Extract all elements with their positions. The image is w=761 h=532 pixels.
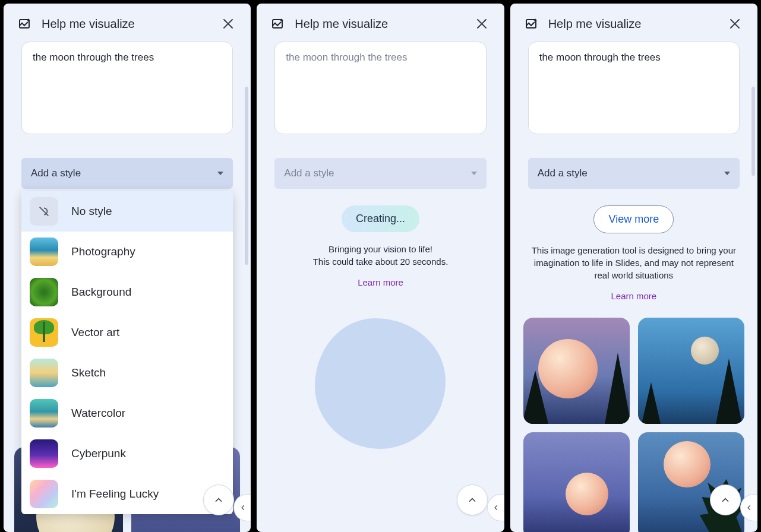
prompt-input[interactable]: the moon through the trees [528, 42, 740, 134]
result-thumbnail[interactable] [523, 432, 630, 532]
style-option-vector-art[interactable]: Vector art [21, 312, 233, 353]
style-option-sketch[interactable]: Sketch [21, 353, 233, 393]
visualize-panel-styles: Help me visualize the moon through the t… [4, 4, 251, 532]
visualize-panel-results: Help me visualize the moon through the t… [510, 4, 757, 532]
panel-body: the moon through the trees Add a style V… [510, 42, 757, 532]
photography-swatch-icon [30, 238, 58, 266]
scroll-up-button[interactable] [710, 484, 741, 515]
style-option-label: Photography [71, 245, 135, 258]
result-thumbnail[interactable] [638, 318, 744, 424]
tree-graphic [605, 353, 630, 424]
style-option-photography[interactable]: Photography [21, 232, 233, 272]
style-option-cyberpunk[interactable]: Cyberpunk [21, 433, 233, 474]
style-option-label: Vector art [71, 326, 119, 339]
panel-header: Help me visualize [257, 4, 504, 42]
style-option-label: Background [71, 286, 131, 299]
result-thumbnail[interactable] [523, 318, 630, 424]
vector-swatch-icon [30, 318, 58, 347]
scroll-up-button[interactable] [457, 484, 488, 515]
panel-title: Help me visualize [548, 17, 727, 31]
chevron-down-icon [471, 172, 477, 175]
style-option-no-style[interactable]: No style [21, 191, 233, 232]
close-button[interactable] [473, 15, 490, 32]
prompt-input: the moon through the trees [274, 42, 486, 134]
scroll-up-button[interactable] [203, 484, 234, 515]
creating-status: Creating... [342, 205, 419, 232]
panel-header: Help me visualize [510, 4, 757, 42]
moon-graphic [691, 337, 719, 365]
panel-body: the moon through the trees Add a style N… [4, 42, 251, 532]
view-more-button[interactable]: View more [593, 205, 674, 233]
lucky-swatch-icon [30, 480, 58, 508]
status-text: Bringing your vision to life! This could… [267, 243, 493, 268]
panel-body: the moon through the trees Add a style C… [257, 42, 504, 532]
moon-graphic [566, 473, 608, 515]
loading-placeholder [315, 318, 446, 449]
style-dropdown: No style Photography Background Vector a… [21, 191, 233, 514]
style-option-label: I'm Feeling Lucky [71, 487, 159, 501]
learn-more-link[interactable]: Learn more [267, 277, 493, 287]
chevron-down-icon [217, 172, 223, 175]
style-option-background[interactable]: Background [21, 272, 233, 312]
result-thumbnail[interactable] [638, 432, 744, 532]
style-option-watercolor[interactable]: Watercolor [21, 393, 233, 433]
sketch-swatch-icon [30, 359, 58, 387]
disclaimer-text: This image generation tool is designed t… [521, 244, 747, 281]
prompt-input[interactable]: the moon through the trees [21, 42, 233, 134]
close-button[interactable] [727, 15, 743, 32]
status-line: This could take about 20 seconds. [267, 255, 493, 268]
close-button[interactable] [220, 15, 236, 32]
style-select[interactable]: Add a style [21, 158, 233, 189]
status-line: Bringing your vision to life! [267, 243, 493, 255]
panel-title: Help me visualize [42, 17, 220, 31]
watercolor-swatch-icon [30, 399, 58, 428]
visualize-panel-creating: Help me visualize the moon through the t… [257, 4, 504, 532]
no-style-icon [30, 197, 58, 226]
learn-more-link[interactable]: Learn more [521, 291, 747, 301]
tree-graphic [523, 370, 548, 424]
style-select-label: Add a style [31, 167, 81, 179]
style-select-label: Add a style [284, 167, 334, 179]
tree-graphic [642, 382, 661, 424]
style-option-label: Sketch [71, 366, 106, 379]
style-select: Add a style [274, 158, 486, 189]
style-option-label: Cyberpunk [71, 447, 126, 460]
visualize-icon [271, 17, 285, 31]
scrollbar[interactable] [245, 87, 248, 265]
moon-graphic [664, 441, 711, 488]
chevron-down-icon [724, 172, 730, 175]
cyberpunk-swatch-icon [30, 439, 58, 468]
panel-header: Help me visualize [4, 4, 251, 42]
style-select[interactable]: Add a style [528, 158, 740, 189]
style-option-feeling-lucky[interactable]: I'm Feeling Lucky [21, 474, 233, 514]
style-option-label: Watercolor [71, 407, 125, 420]
scrollbar[interactable] [751, 87, 755, 176]
panel-title: Help me visualize [295, 17, 473, 31]
style-select-label: Add a style [538, 167, 588, 179]
visualize-icon [525, 17, 539, 31]
visualize-icon [18, 17, 32, 31]
tree-graphic [716, 359, 742, 424]
style-option-label: No style [71, 205, 112, 218]
background-swatch-icon [30, 278, 58, 306]
